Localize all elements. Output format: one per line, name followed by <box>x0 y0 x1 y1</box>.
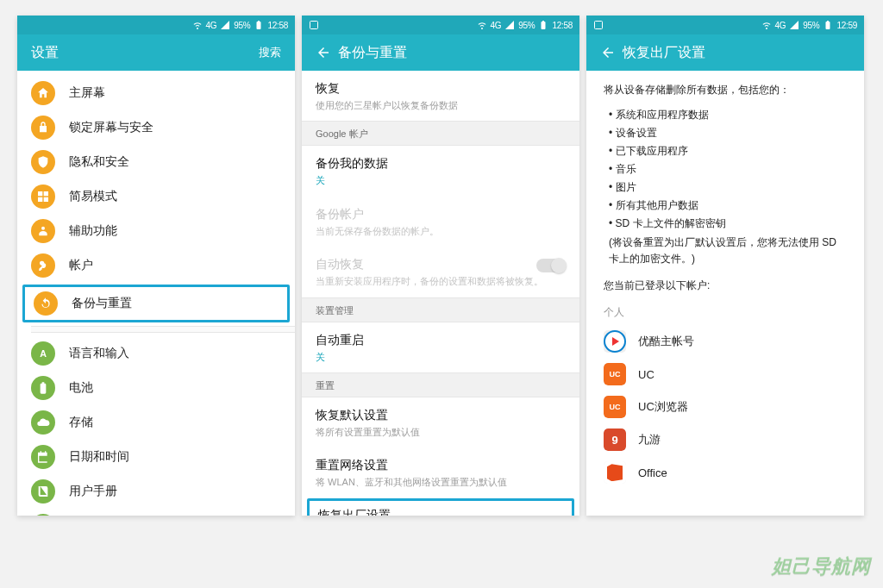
settings-item-label: 简易模式 <box>69 189 117 204</box>
settings-item-key[interactable]: 帐户 <box>17 248 295 283</box>
category-device-mgmt: 装置管理 <box>302 297 579 322</box>
app-bar: 设置 搜索 <box>17 34 295 71</box>
reset-default-title: 恢复默认设置 <box>302 397 579 423</box>
settings-item-info[interactable]: 关于手机 <box>17 509 295 516</box>
settings-item-label: 主屏幕 <box>69 85 105 101</box>
page-title: 恢复出厂设置 <box>623 44 705 62</box>
settings-item-cloud[interactable]: 存储 <box>17 405 295 440</box>
settings-item-label: 辅助功能 <box>69 223 117 239</box>
auto-restart-item[interactable]: 自动重启 关 <box>302 322 579 372</box>
backup-my-data-item[interactable]: 备份我的数据 关 <box>302 146 579 196</box>
settings-item-book[interactable]: 用户手册 <box>17 474 295 509</box>
restore-title: 恢复 <box>302 71 579 97</box>
settings-item-A[interactable]: A语言和输入 <box>17 336 295 371</box>
backup-acct-sub: 当前无保存备份数据的帐户。 <box>302 222 579 247</box>
signal-icon <box>504 20 515 30</box>
settings-item-battery[interactable]: 电池 <box>17 371 295 405</box>
wifi-icon <box>477 20 487 30</box>
category-google: Google 帐户 <box>302 121 579 146</box>
network-type: 4G <box>206 21 217 30</box>
settings-item-label: 帐户 <box>69 258 93 273</box>
settings-item-calendar[interactable]: 日期和时间 <box>17 440 295 474</box>
grid-icon <box>31 185 55 209</box>
paren-note: (将设备重置为出厂默认设置后，您将无法使用 SD 卡上的加密文件。) <box>609 235 847 266</box>
battery-icon <box>254 20 264 30</box>
settings-item-label: 电池 <box>69 380 93 396</box>
settings-item-label: 存储 <box>69 415 93 430</box>
search-button[interactable]: 搜索 <box>259 45 281 60</box>
uc-icon: UC <box>604 363 626 385</box>
account-name: 九游 <box>638 432 661 447</box>
status-time: 12:58 <box>552 21 573 30</box>
settings-item-label: 日期和时间 <box>69 449 129 465</box>
wifi-icon <box>192 20 203 30</box>
refresh-icon <box>34 291 58 316</box>
account-list: 优酷主帐号UCUCUCUC浏览器9九游Office <box>604 325 847 489</box>
bullet-item: • 已下载应用程序 <box>609 142 847 160</box>
settings-item-person[interactable]: 辅助功能 <box>17 214 295 248</box>
reset-default-item[interactable]: 恢复默认设置 将所有设置重置为默认值 <box>302 397 579 447</box>
lock-icon <box>31 116 55 140</box>
status-bar: 4G 95% 12:59 <box>586 16 864 34</box>
account-name: Office <box>638 466 667 479</box>
svg-rect-6 <box>595 22 603 29</box>
settings-item-shield[interactable]: 隐私和安全 <box>17 145 295 179</box>
signal-icon <box>220 20 230 30</box>
office-icon <box>604 461 626 484</box>
factory-reset-item[interactable]: 恢复出厂设置 将设备重置为出厂默认设置。这将清除所有数据，包括文件和已下载的应用… <box>307 498 574 516</box>
settings-list: 主屏幕锁定屏幕与安全隐私和安全简易模式辅助功能帐户备份与重置A语言和输入电池存储… <box>17 71 295 516</box>
battery-icon <box>31 376 55 400</box>
page-title: 设置 <box>31 44 59 62</box>
account-row[interactable]: UCUC浏览器 <box>604 391 847 423</box>
battery-pct: 95% <box>234 21 250 30</box>
settings-item-lock[interactable]: 锁定屏幕与安全 <box>17 110 295 145</box>
network-type: 4G <box>491 21 502 30</box>
person-icon <box>31 219 55 243</box>
account-name: UC浏览器 <box>638 399 688 415</box>
reset-network-sub: 将 WLAN、蓝牙和其他网络设置重置为默认值 <box>302 473 579 497</box>
auto-restart-sub: 关 <box>302 348 579 372</box>
bullet-item: • 设备设置 <box>609 124 847 142</box>
signal-icon <box>789 20 799 30</box>
auto-restore-toggle[interactable] <box>536 259 566 272</box>
battery-pct: 95% <box>803 21 819 30</box>
backup-my-sub: 关 <box>302 172 579 196</box>
account-row[interactable]: 9九游 <box>604 423 847 456</box>
account-name: UC <box>638 368 654 381</box>
back-button[interactable]: 恢复出厂设置 <box>600 44 705 62</box>
youku-icon <box>604 330 626 353</box>
back-button[interactable]: 备份与重置 <box>316 44 407 62</box>
reset-network-title: 重置网络设置 <box>302 447 579 473</box>
screenshot-icon <box>309 20 319 30</box>
settings-item-refresh[interactable]: 备份与重置 <box>22 285 290 322</box>
key-icon <box>31 253 55 278</box>
status-bar: 4G 95% 12:58 <box>17 16 295 34</box>
category-reset: 重置 <box>302 372 579 397</box>
settings-item-grid[interactable]: 简易模式 <box>17 179 295 214</box>
bullet-item: • 音乐 <box>609 160 847 178</box>
wifi-icon <box>761 20 772 30</box>
settings-item-label: 备份与重置 <box>72 296 132 311</box>
backup-account-item: 备份帐户 当前无保存备份数据的帐户。 <box>302 197 579 247</box>
account-row[interactable]: Office <box>604 456 847 489</box>
battery-icon <box>823 20 833 30</box>
book-icon <box>31 479 55 504</box>
status-time: 12:58 <box>267 21 288 30</box>
calendar-icon <box>31 445 55 469</box>
settings-item-label: 锁定屏幕与安全 <box>69 120 153 135</box>
status-time: 12:59 <box>836 21 857 30</box>
account-row[interactable]: 优酷主帐号 <box>604 325 847 358</box>
reset-default-sub: 将所有设置重置为默认值 <box>302 423 579 447</box>
back-arrow-icon <box>600 45 616 60</box>
page-title: 备份与重置 <box>338 44 407 62</box>
settings-item-home[interactable]: 主屏幕 <box>17 76 295 110</box>
reset-network-item[interactable]: 重置网络设置 将 WLAN、蓝牙和其他网络设置重置为默认值 <box>302 447 579 497</box>
network-type: 4G <box>775 21 786 30</box>
account-row[interactable]: UCUC <box>604 358 847 391</box>
app-bar: 备份与重置 <box>302 34 579 71</box>
svg-rect-5 <box>310 22 318 29</box>
battery-icon <box>538 20 548 30</box>
restore-item[interactable]: 恢复 使用您的三星帐户以恢复备份数据 <box>302 71 579 121</box>
svg-text:A: A <box>40 348 47 359</box>
status-bar: 4G 95% 12:58 <box>302 16 579 34</box>
